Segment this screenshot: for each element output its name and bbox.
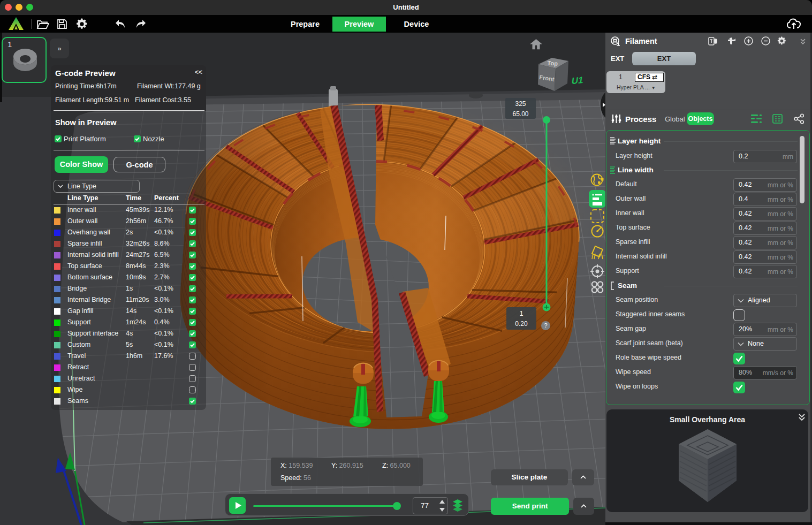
svg-text:Top: Top bbox=[547, 59, 558, 66]
